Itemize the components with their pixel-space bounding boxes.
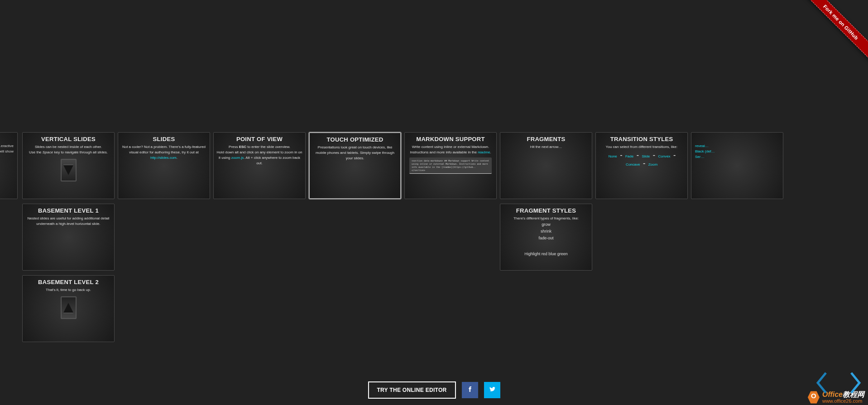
slide-text: Hold down alt and click on any element t…	[216, 150, 302, 166]
slide-text: Presentations look great on touch device…	[312, 145, 398, 161]
github-ribbon-label: Fork me on GitHub	[800, 0, 868, 63]
slide-title: MARKDOWN SUPPORT	[408, 136, 494, 143]
slide-title: BASEMENT LEVEL 1	[25, 207, 111, 214]
slide-thumbnail[interactable]: reveal…Black (def…Ser…	[691, 132, 783, 199]
slide-thumbnail[interactable]: …eractive…will show	[0, 132, 18, 199]
transition-option-link[interactable]: Convex	[658, 154, 670, 158]
slide-title: FRAGMENT STYLES	[503, 207, 589, 214]
slide-title: BASEMENT LEVEL 2	[25, 279, 111, 286]
chevron-right-icon	[848, 371, 863, 396]
facebook-icon	[466, 386, 474, 395]
slide-text: That's it, time to go back up.	[25, 287, 111, 293]
fragment-item: fade-out	[503, 235, 589, 242]
slide-thumbnail[interactable]: TRANSITION STYLESYou can select from dif…	[595, 132, 688, 199]
transition-option-link[interactable]: Slide	[642, 154, 650, 158]
fragment-item: grow	[503, 221, 589, 228]
slide-text: Nested slides are useful for adding addi…	[25, 216, 111, 227]
transition-option-link[interactable]: Concave	[626, 162, 640, 167]
slide-title: POINT OF VIEW	[216, 136, 302, 143]
github-ribbon[interactable]: Fork me on GitHub	[796, 0, 868, 72]
chevron-left-icon	[814, 371, 830, 396]
nav-right-button[interactable]	[846, 372, 864, 396]
twitter-icon	[489, 386, 496, 395]
facebook-share-button[interactable]	[462, 382, 478, 398]
slide-text: Black (def…	[695, 149, 779, 154]
slide-text: Use the Space key to navigate through al…	[25, 150, 111, 155]
twitter-share-button[interactable]	[484, 382, 500, 398]
slide-text: There's different types of fragments, li…	[503, 216, 589, 221]
slide-thumbnail[interactable]: TOUCH OPTIMIZEDPresentations look great …	[309, 132, 401, 199]
slide-text: You can select from different transition…	[599, 144, 685, 150]
slide-title: SLIDES	[121, 136, 207, 143]
arrow-up-icon[interactable]	[61, 296, 77, 319]
slide-thumbnail[interactable]: VERTICAL SLIDESSlides can be nested insi…	[22, 132, 115, 199]
slide-title: TRANSITION STYLES	[599, 136, 685, 143]
slide-text: Write content using inline or external M…	[408, 144, 494, 155]
nav-left-button[interactable]	[813, 372, 831, 396]
slide-title: VERTICAL SLIDES	[25, 136, 111, 143]
slide-thumbnail[interactable]: BASEMENT LEVEL 1Nested slides are useful…	[22, 204, 115, 271]
slide-text: Slides can be nested inside of each othe…	[25, 144, 111, 150]
arrow-down-icon[interactable]	[61, 159, 77, 181]
slide-thumbnail[interactable]: POINT OF VIEWPress ESC to enter the slid…	[213, 132, 306, 199]
fragment-item: shrink	[503, 228, 589, 235]
slide-text: …eractive	[0, 143, 14, 149]
slide-text: …will show	[0, 149, 14, 154]
slide-text: Not a coder? Not a problem. There's a fu…	[121, 144, 207, 161]
watermark-url: www.office26.com	[822, 398, 864, 404]
transition-option-link[interactable]: Zoom	[648, 162, 657, 167]
slide-thumbnail[interactable]: MARKDOWN SUPPORTWrite content using inli…	[404, 132, 497, 199]
slide-thumbnail[interactable]: FRAGMENTSHit the next arrow…	[500, 132, 592, 199]
transition-option-link[interactable]: None	[609, 154, 617, 158]
slide-text: Hit the next arrow…	[503, 144, 589, 150]
slide-title: TOUCH OPTIMIZED	[312, 136, 398, 143]
transition-option-link[interactable]: Fade	[625, 154, 633, 158]
slide-text: Press ESC to enter the slide overview.	[216, 144, 302, 150]
slide-text: Ser…	[695, 154, 779, 160]
try-editor-button[interactable]: TRY THE ONLINE EDITOR	[368, 381, 456, 399]
fragment-highlight: Highlight red blue green	[503, 252, 589, 256]
slide-thumbnail[interactable]: SLIDESNot a coder? Not a problem. There'…	[118, 132, 210, 199]
slide-thumbnail[interactable]: BASEMENT LEVEL 2That's it, time to go ba…	[22, 275, 115, 342]
slide-thumbnail[interactable]: FRAGMENT STYLESThere's different types o…	[500, 204, 592, 271]
slide-text: reveal…	[695, 143, 779, 149]
code-block: <section data-markdown> ## Markdown supp…	[409, 157, 492, 174]
slide-title: FRAGMENTS	[503, 136, 589, 143]
